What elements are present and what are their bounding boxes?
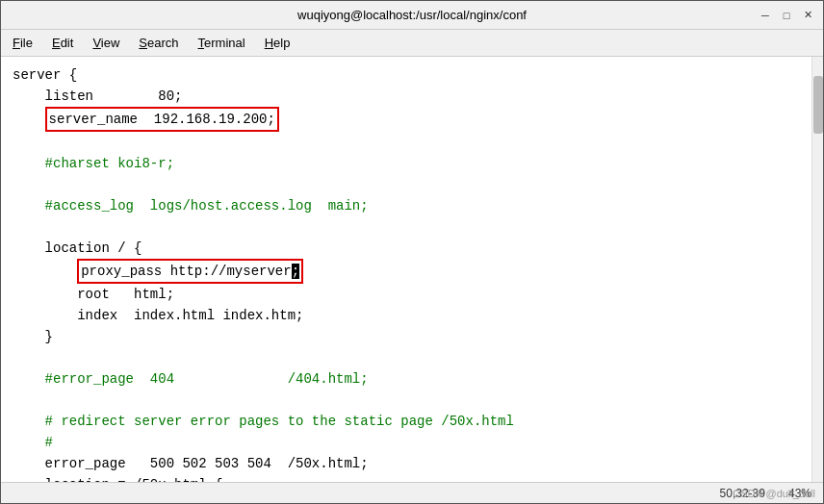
code-line-server-name: server_name 192.168.19.200; <box>13 107 800 132</box>
minimize-button[interactable]: ─ <box>758 8 773 23</box>
code-line: #charset koi8-r; <box>13 153 800 174</box>
code-line: listen 80; <box>13 86 800 107</box>
text-cursor: ; <box>292 264 299 279</box>
code-line: location = /50x.html { <box>13 474 800 482</box>
window-controls: ─ □ ✕ <box>758 8 815 23</box>
menu-edit[interactable]: Edit <box>44 34 81 52</box>
proxy-pass-highlight: proxy_pass http://myserver; <box>77 259 303 284</box>
code-line: #error_page 404 /404.html; <box>13 368 800 390</box>
code-line: # redirect server error pages to the sta… <box>13 411 800 432</box>
editor-area[interactable]: server { listen 80; server_name 192.168.… <box>1 57 823 482</box>
status-bar: 50,32-39 43% CSDN @dull_dull <box>1 482 823 503</box>
menu-view[interactable]: View <box>85 34 127 52</box>
close-button[interactable]: ✕ <box>800 8 815 23</box>
code-line <box>13 216 800 238</box>
menu-file[interactable]: File <box>5 34 40 52</box>
watermark-text: CSDN @dull_dull <box>733 488 815 499</box>
code-line-proxy-pass: proxy_pass http://myserver; <box>13 259 800 284</box>
terminal-window: wuqiyong@localhost:/usr/local/nginx/conf… <box>0 0 824 504</box>
maximize-button[interactable]: □ <box>779 8 794 23</box>
code-line: index index.html index.htm; <box>13 305 800 326</box>
code-line: #access_log logs/host.access.log main; <box>13 195 800 216</box>
menu-help[interactable]: Help <box>257 34 298 52</box>
menu-terminal[interactable]: Terminal <box>191 34 253 52</box>
code-editor[interactable]: server { listen 80; server_name 192.168.… <box>1 57 811 482</box>
scrollbar[interactable] <box>811 57 823 482</box>
title-bar: wuqiyong@localhost:/usr/local/nginx/conf… <box>1 1 823 30</box>
menu-bar: File Edit View Search Terminal Help <box>1 30 823 57</box>
code-line: # <box>13 432 800 453</box>
code-line <box>13 347 800 368</box>
code-line <box>13 132 800 153</box>
code-line: server { <box>13 64 800 86</box>
scrollbar-thumb[interactable] <box>813 76 823 134</box>
code-line: } <box>13 326 800 347</box>
code-line: error_page 500 502 503 504 /50x.html; <box>13 453 800 474</box>
code-line: root html; <box>13 284 800 305</box>
code-line: location / { <box>13 238 800 259</box>
menu-search[interactable]: Search <box>131 34 186 52</box>
server-name-highlight: server_name 192.168.19.200; <box>45 107 279 132</box>
code-line <box>13 390 800 411</box>
code-line <box>13 174 800 195</box>
window-title: wuqiyong@localhost:/usr/local/nginx/conf <box>66 8 758 22</box>
